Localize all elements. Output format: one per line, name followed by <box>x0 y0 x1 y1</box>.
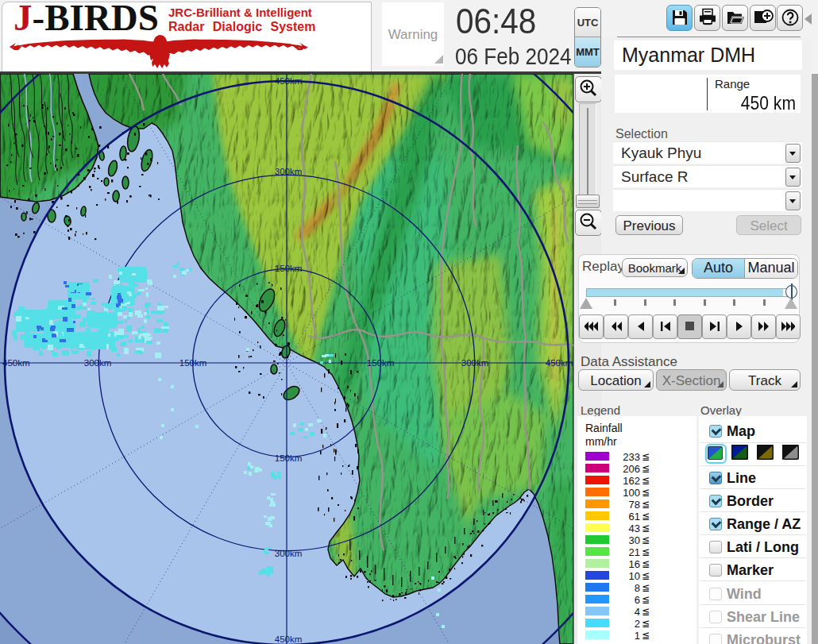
svg-text:450km: 450km <box>546 358 573 368</box>
svg-text:450km: 450km <box>275 76 303 86</box>
svg-text:300km: 300km <box>84 358 112 368</box>
svg-text:300km: 300km <box>275 549 303 558</box>
svg-text:300km: 300km <box>275 167 303 176</box>
svg-text:450km: 450km <box>275 634 303 644</box>
svg-text:150km: 150km <box>179 358 207 368</box>
svg-text:450km: 450km <box>2 358 30 368</box>
svg-text:150km: 150km <box>367 358 395 368</box>
svg-text:150km: 150km <box>275 264 303 273</box>
svg-text:150km: 150km <box>275 453 303 463</box>
svg-text:300km: 300km <box>461 358 489 368</box>
